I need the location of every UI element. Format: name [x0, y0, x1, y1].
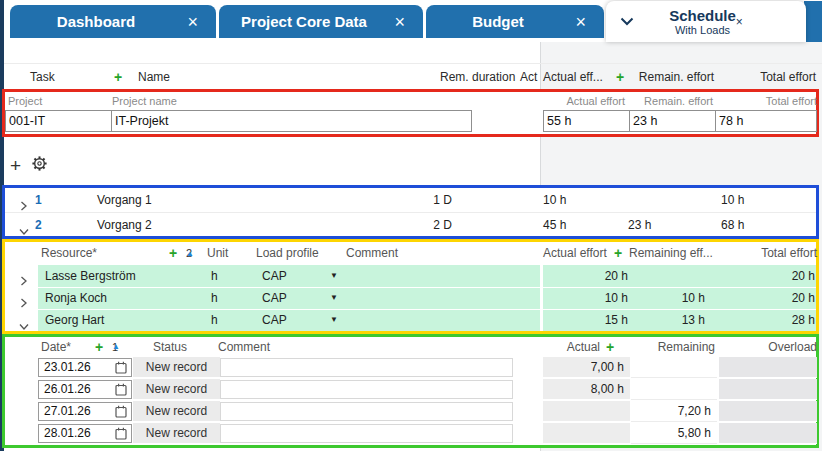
- table-row[interactable]: Georg Hart h CAP ▼ 15 h 13 h 28 h: [5, 309, 816, 331]
- tab-budget[interactable]: Budget ×: [426, 5, 604, 38]
- close-icon[interactable]: ×: [187, 13, 198, 31]
- column-header-name[interactable]: Name: [138, 64, 170, 90]
- dropdown-icon[interactable]: ▼: [330, 309, 338, 331]
- task-name[interactable]: Vorgang 2: [97, 213, 152, 237]
- column-header-remain-effort[interactable]: Remain. effort: [634, 64, 714, 90]
- plus-icon[interactable]: +: [614, 242, 622, 265]
- dropdown-icon[interactable]: ▼: [330, 265, 338, 287]
- column-header-remaining-effort[interactable]: Remaining eff...: [629, 242, 713, 265]
- project-data-row: 001-IT IT-Projekt 55 h 23 h 78 h: [5, 110, 816, 134]
- column-header-remain-effort[interactable]: Remain. effort: [627, 92, 713, 110]
- column-header-task[interactable]: Task: [30, 64, 55, 90]
- column-header-comment[interactable]: Comment: [218, 337, 270, 357]
- tab-partial[interactable]: [804, 1, 822, 42]
- status-badge[interactable]: New record: [133, 401, 220, 422]
- dropdown-icon[interactable]: ▼: [330, 287, 338, 309]
- plus-icon[interactable]: +: [606, 337, 614, 357]
- tab-project-core-data[interactable]: Project Core Data ×: [219, 5, 423, 38]
- status-badge[interactable]: New record: [133, 357, 220, 378]
- calendar-icon[interactable]: [115, 405, 127, 423]
- column-header-project[interactable]: Project: [8, 92, 42, 110]
- status-badge[interactable]: New record: [133, 379, 220, 400]
- calendar-icon[interactable]: [115, 427, 127, 445]
- project-actual-effort-field[interactable]: 55 h: [543, 110, 630, 132]
- table-row[interactable]: 27.01.26 New record 7,20 h: [5, 401, 816, 423]
- status-badge[interactable]: New record: [133, 423, 220, 444]
- comment-field[interactable]: [220, 424, 513, 443]
- record-actual-value: [543, 401, 630, 422]
- record-remaining-field[interactable]: [631, 379, 717, 400]
- date-field[interactable]: 28.01.26: [38, 424, 132, 443]
- plus-icon[interactable]: +: [169, 242, 177, 265]
- column-header-resource[interactable]: Resource*: [41, 242, 97, 265]
- table-row[interactable]: 2 Vorgang 2 2 D 45 h 23 h 68 h: [5, 212, 816, 236]
- task-rem-duration: 1 D: [390, 188, 452, 212]
- close-icon[interactable]: ×: [394, 13, 405, 31]
- chevron-right-icon[interactable]: [19, 271, 28, 293]
- resource-name[interactable]: Georg Hart: [45, 309, 104, 331]
- resource-load-profile[interactable]: CAP: [262, 309, 287, 331]
- app-window: Dashboard × Project Core Data × Budget ×…: [0, 0, 822, 451]
- project-remain-effort-field[interactable]: 23 h: [629, 110, 716, 132]
- record-remaining-field[interactable]: 5,80 h: [631, 423, 717, 444]
- comment-field[interactable]: [220, 402, 513, 421]
- project-total-effort-field[interactable]: 78 h: [715, 110, 817, 132]
- column-header-status[interactable]: Status: [153, 337, 187, 357]
- tab-schedule[interactable]: Schedule With Loads ×: [606, 1, 806, 42]
- table-row[interactable]: 1 Vorgang 1 1 D 10 h 10 h: [5, 188, 816, 212]
- plus-icon[interactable]: +: [95, 337, 103, 357]
- column-header-load-profile[interactable]: Load profile: [256, 242, 319, 265]
- date-field[interactable]: 26.01.26: [38, 380, 132, 399]
- comment-field[interactable]: [220, 358, 513, 377]
- tab-label: Budget: [472, 13, 524, 30]
- column-header-total-effort[interactable]: Total effort: [717, 92, 817, 110]
- column-header-actual-effort[interactable]: Actual effort: [540, 92, 625, 110]
- table-row[interactable]: 23.01.26 New record 7,00 h: [5, 357, 816, 379]
- calendar-icon[interactable]: [115, 383, 127, 401]
- tab-dashboard[interactable]: Dashboard ×: [10, 5, 216, 38]
- column-header-actual-effort[interactable]: Actual eff...: [543, 64, 603, 90]
- column-header-project-name[interactable]: Project name: [112, 92, 177, 110]
- resource-load-profile[interactable]: CAP: [262, 265, 287, 287]
- table-row[interactable]: 28.01.26 New record 5,80 h: [5, 423, 816, 445]
- column-header-date[interactable]: Date*: [41, 337, 71, 357]
- resource-unit[interactable]: h: [211, 265, 218, 287]
- add-row-icon[interactable]: +: [10, 156, 21, 175]
- column-header-rem-duration[interactable]: Rem. duration: [440, 64, 510, 90]
- resource-unit[interactable]: h: [211, 309, 218, 331]
- table-row[interactable]: Ronja Koch h CAP ▼ 10 h 10 h 20 h: [5, 287, 816, 309]
- project-header-row: Project Project name Actual effort Remai…: [5, 92, 816, 110]
- close-icon[interactable]: ×: [575, 13, 586, 31]
- project-name-field[interactable]: IT-Projekt: [111, 110, 472, 132]
- column-header-unit[interactable]: Unit: [207, 242, 228, 265]
- calendar-icon[interactable]: [115, 361, 127, 379]
- resource-name[interactable]: Lasse Bergström: [45, 265, 136, 287]
- column-header-remaining[interactable]: Remaining: [620, 337, 715, 357]
- column-header-total-effort[interactable]: Total effort: [754, 64, 816, 90]
- column-header-actual[interactable]: Actual: [495, 337, 600, 357]
- resource-load-profile[interactable]: CAP: [262, 287, 287, 309]
- column-header-act-truncated[interactable]: Act: [520, 64, 537, 90]
- column-header-total-effort[interactable]: Total effort: [707, 242, 817, 265]
- column-header-comment[interactable]: Comment: [346, 242, 398, 265]
- date-field[interactable]: 27.01.26: [38, 402, 132, 421]
- resource-unit[interactable]: h: [211, 287, 218, 309]
- close-icon[interactable]: ×: [736, 15, 743, 29]
- record-remaining-field[interactable]: 7,20 h: [631, 401, 717, 422]
- chevron-right-icon[interactable]: [19, 293, 28, 315]
- comment-field[interactable]: [220, 380, 513, 399]
- plus-icon[interactable]: +: [114, 64, 122, 90]
- column-header-overload[interactable]: Overload: [710, 337, 817, 357]
- project-id-field[interactable]: 001-IT: [5, 110, 112, 132]
- chevron-down-icon[interactable]: [620, 15, 634, 29]
- resource-name[interactable]: Ronja Koch: [45, 287, 107, 309]
- date-field[interactable]: 23.01.26: [38, 358, 132, 377]
- task-name[interactable]: Vorgang 1: [97, 188, 152, 212]
- column-header-actual-effort[interactable]: Actual effort: [543, 242, 607, 265]
- resource-total-effort: 20 h: [705, 287, 815, 309]
- record-remaining-field[interactable]: [631, 357, 717, 378]
- gear-icon[interactable]: [31, 155, 48, 175]
- table-row[interactable]: Lasse Bergström h CAP ▼ 20 h 20 h: [5, 265, 816, 287]
- table-row[interactable]: 26.01.26 New record 8,00 h: [5, 379, 816, 401]
- plus-icon[interactable]: +: [616, 64, 624, 90]
